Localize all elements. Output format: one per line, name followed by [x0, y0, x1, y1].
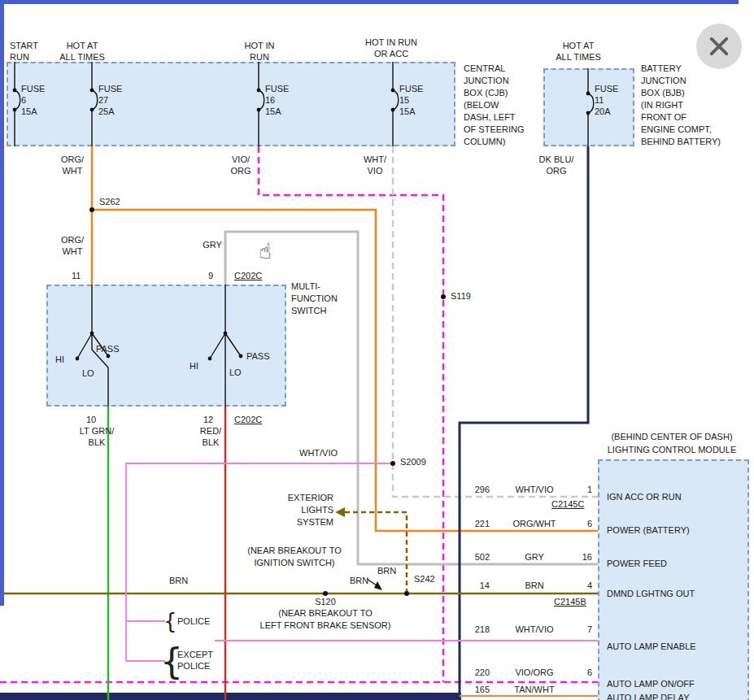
wire-color-label: WHT/VIO	[515, 624, 553, 635]
cjb-note: JUNCTION	[464, 76, 509, 86]
wire-color-label: WHT/VIO	[299, 448, 338, 459]
module-pin-label: POWER (BATTERY)	[607, 525, 690, 536]
cjb-note: (BELOW	[464, 100, 499, 111]
module-pin-label: AUTO LAMP ENABLE	[607, 641, 696, 652]
module-pin-label: DMND LGHTNG OUT	[607, 589, 695, 599]
cjb-note: BOX (CJB)	[464, 88, 508, 98]
exterior-note: SYSTEM	[268, 517, 333, 528]
splice-label: S120	[315, 597, 336, 607]
power-label: RUN	[250, 52, 269, 63]
wire-color-label: GRY	[525, 552, 544, 563]
wire-color-label: ORG	[546, 166, 566, 176]
power-label: ALL TIMES	[59, 52, 105, 63]
fuse-number: 15	[399, 95, 409, 106]
circuit-number: 14	[455, 580, 490, 591]
brake-note: (NEAR BREAKOUT TO	[278, 608, 373, 619]
wire-color-label: WHT/VIO	[515, 485, 553, 495]
window-border-left	[0, 0, 4, 606]
fuse-rating: 20A	[595, 107, 611, 117]
ignition-note: (NEAR BREAKOUT TO	[247, 546, 342, 556]
mfs-note: MULTI-	[291, 281, 320, 292]
connector-label: C2145B	[554, 597, 586, 607]
mfs-note: FUNCTION	[291, 293, 338, 304]
circuit-number: 165	[455, 685, 490, 695]
brace: {	[163, 611, 177, 632]
wire-wht-vio	[393, 146, 598, 497]
brake-note: LEFT FRONT BRAKE SENSOR)	[260, 620, 391, 631]
power-label: HOT IN RUN	[365, 37, 417, 48]
module-pin-label: IGN ACC OR RUN	[607, 492, 682, 502]
cjb-note: OF STEERING	[464, 124, 525, 135]
splice-label: S2009	[400, 457, 426, 467]
lcm-location: (BEHIND CENTER OF DASH)	[611, 432, 732, 442]
pin-number: 10	[86, 415, 96, 425]
splice-label: S242	[414, 574, 435, 585]
fuse-number: 11	[595, 95, 604, 106]
close-button[interactable]	[696, 24, 742, 69]
wire-dk-blu-org-bottom	[0, 693, 461, 700]
window-border-top	[0, 0, 739, 4]
fuse-rating: 15A	[21, 107, 37, 117]
switch-position-label: PASS	[96, 344, 120, 354]
pin-number: 6	[576, 667, 592, 678]
power-label: RUN	[10, 52, 29, 63]
pin-number: 6	[576, 519, 592, 529]
power-label: ALL TIMES	[556, 52, 601, 63]
bjb-note: BOX (BJB)	[641, 88, 685, 98]
wire-color-label: BLK	[89, 437, 106, 448]
wire-color-label: ORG/	[61, 154, 84, 165]
splice-label: S262	[99, 197, 120, 207]
pin-number: 12	[203, 415, 213, 425]
pin-number: 11	[72, 271, 81, 281]
power-label: HOT IN	[244, 41, 274, 51]
circuit-number: 296	[455, 485, 490, 495]
pin-number: 9	[208, 271, 213, 281]
wire-color-label: ORG/	[61, 235, 84, 246]
exterior-note: EXTERIOR	[268, 493, 333, 503]
option-label: POLICE	[177, 661, 210, 672]
exterior-lights-arrow	[335, 507, 345, 517]
power-label: START	[10, 41, 38, 51]
fuse-label: FUSE	[595, 84, 618, 94]
power-label: OR ACC	[374, 49, 408, 59]
bjb-note: JUNCTION	[641, 76, 686, 86]
wire-color-label: RED/	[200, 426, 221, 437]
bjb-note: BEHIND BATTERY)	[641, 137, 721, 147]
fuse-number: 16	[265, 95, 275, 106]
connector-label: C202C	[234, 415, 262, 425]
wire-color-label: BLK	[203, 437, 220, 448]
wire-color-label: LT GRN/	[80, 426, 114, 437]
circuit-number: 218	[455, 624, 490, 635]
wire-color-label: BRN	[169, 576, 188, 586]
cjb-note: CENTRAL	[464, 63, 505, 74]
fuse-label: FUSE	[21, 84, 45, 94]
fuse-rating: 25A	[98, 107, 115, 117]
wire-color-label: VIO/	[232, 154, 250, 165]
exterior-note: LIGHTS	[268, 505, 333, 515]
switch-position-label: PASS	[246, 351, 270, 362]
fuse-number: 27	[98, 95, 108, 106]
bjb-note: ENGINE COMPT,	[641, 124, 712, 135]
fuse-number: 6	[21, 95, 26, 106]
circuit-number: 220	[455, 667, 490, 678]
circuit-number: 221	[455, 519, 490, 529]
circuit-number: 502	[455, 552, 490, 563]
pin-number: 16	[576, 552, 592, 563]
lcm-title: LIGHTING CONTROL MODULE	[608, 445, 737, 455]
wire-color-label: WHT	[62, 246, 82, 257]
switch-position-label: LO	[229, 367, 242, 378]
brn-pointer-arrow	[374, 581, 382, 590]
splice-label: S119	[451, 291, 471, 302]
wire-color-label: ORG	[230, 166, 251, 176]
option-label: EXCEPT	[177, 650, 213, 660]
wire-color-label: GRY	[203, 240, 222, 250]
switch-position-label: HI	[55, 354, 64, 365]
wire-org-wht	[92, 146, 598, 531]
wire-color-label: WHT/	[364, 154, 386, 165]
fuse-label: FUSE	[98, 84, 122, 94]
option-label: POLICE	[177, 616, 210, 627]
pin-number: 4	[576, 580, 592, 591]
cursor-hand-icon: ☝	[259, 241, 272, 262]
module-pin-label: POWER FEED	[607, 559, 667, 569]
power-label: HOT AT	[67, 41, 98, 51]
